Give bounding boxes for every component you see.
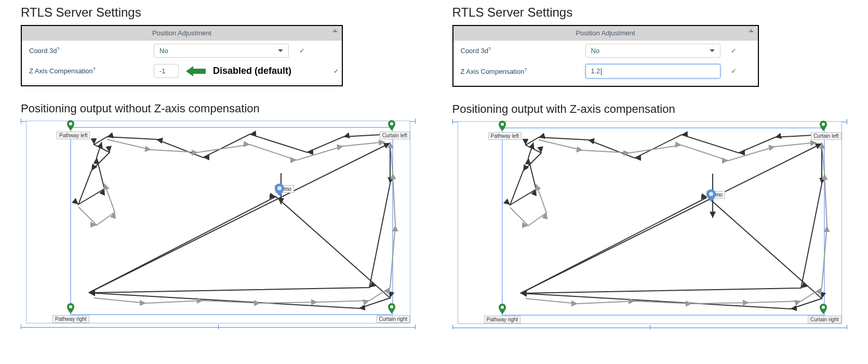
demo-tag[interactable]: Demo [275, 184, 294, 193]
pin-icon [67, 120, 74, 131]
label-coord3d: Coord 3d? [461, 46, 580, 55]
collapse-up-icon[interactable] [332, 29, 338, 32]
settings-panel-right: Position Adjustment Coord 3d? No ✓ Z Axi… [452, 25, 759, 87]
pin-icon [388, 303, 395, 314]
svg-point-14 [709, 192, 713, 196]
pin-icon [499, 121, 506, 131]
label-zaxis: Z Axis Compensation? [29, 67, 149, 75]
collapse-up-icon[interactable] [749, 29, 754, 32]
svg-marker-0 [186, 66, 206, 76]
text-caret [601, 68, 602, 75]
pin-icon [820, 121, 827, 131]
svg-point-10 [501, 123, 504, 126]
svg-point-4 [390, 122, 393, 125]
annotation-text: Disabled (default) [213, 66, 291, 76]
check-icon: ✓ [299, 47, 305, 55]
corner-bl: Pathway right [52, 315, 89, 323]
row-zaxis: Z Axis Compensation? 1.2 ✓ [453, 61, 758, 86]
pin-icon [67, 303, 74, 314]
check-icon: ✓ [333, 67, 339, 75]
svg-point-7 [277, 186, 282, 190]
select-coord3d[interactable]: No [585, 44, 720, 58]
help-icon[interactable]: ? [93, 67, 96, 72]
svg-point-11 [822, 123, 825, 126]
corner-tl: Pathway left [488, 132, 522, 140]
chevron-down-icon [710, 49, 715, 52]
label-zaxis: Z Axis Compensation? [461, 67, 580, 75]
section-title-right: RTLS Server Settings [452, 5, 848, 20]
demo-tag[interactable]: Demo [706, 189, 726, 199]
row-coord3d: Coord 3d? No ✓ [22, 41, 342, 61]
pin-icon [820, 304, 827, 314]
help-icon[interactable]: ? [488, 46, 491, 51]
svg-point-12 [501, 306, 504, 309]
svg-point-6 [390, 305, 393, 308]
check-icon: ✓ [731, 47, 737, 55]
corner-br: Curtain right [377, 315, 410, 323]
svg-rect-1 [71, 127, 393, 315]
help-icon[interactable]: ? [57, 46, 59, 51]
row-coord3d: Coord 3d? No ✓ [453, 41, 758, 61]
settings-panel-left: Position Adjustment Coord 3d? No ✓ Z Axi… [21, 25, 343, 86]
row-zaxis: Z Axis Compensation? Disabled (default) … [22, 61, 342, 85]
map-with-compensation: Pathway left Curtain left Pathway right … [458, 121, 842, 324]
svg-rect-8 [502, 128, 824, 315]
corner-br: Curtain right [808, 316, 841, 323]
panel-header[interactable]: Position Adjustment [453, 26, 758, 41]
corner-bl: Pathway right [484, 316, 521, 323]
svg-point-3 [69, 122, 72, 125]
panel-header-text: Position Adjustment [152, 29, 211, 37]
corner-tr: Curtain left [811, 132, 841, 140]
input-zaxis[interactable]: 1.2 [585, 64, 720, 79]
input-zaxis[interactable] [154, 64, 179, 78]
arrow-left-icon [186, 65, 206, 77]
chevron-down-icon [278, 49, 283, 52]
output-title-right: Positioning output with Z-axis compensat… [452, 102, 848, 116]
panel-header-text: Position Adjustment [576, 29, 635, 37]
select-value: No [591, 47, 600, 55]
pin-icon [499, 304, 506, 314]
svg-point-5 [69, 305, 72, 308]
corner-tl: Pathway left [57, 132, 90, 139]
select-coord3d[interactable]: No [154, 44, 289, 58]
section-title-left: RTLS Server Settings [21, 5, 416, 20]
panel-header[interactable]: Position Adjustment [22, 26, 342, 41]
pin-icon [388, 120, 395, 131]
map-svg [458, 122, 843, 324]
map-without-compensation: Pathway left Curtain left Pathway right … [26, 121, 410, 323]
output-title-left: Positioning output without Z-axis compen… [21, 102, 416, 115]
help-icon[interactable]: ? [524, 67, 527, 72]
check-icon: ✓ [731, 67, 737, 75]
svg-point-13 [822, 306, 825, 309]
corner-tr: Curtain left [380, 132, 410, 139]
map-svg [26, 121, 411, 324]
select-value: No [159, 47, 168, 55]
label-coord3d: Coord 3d? [29, 46, 149, 55]
